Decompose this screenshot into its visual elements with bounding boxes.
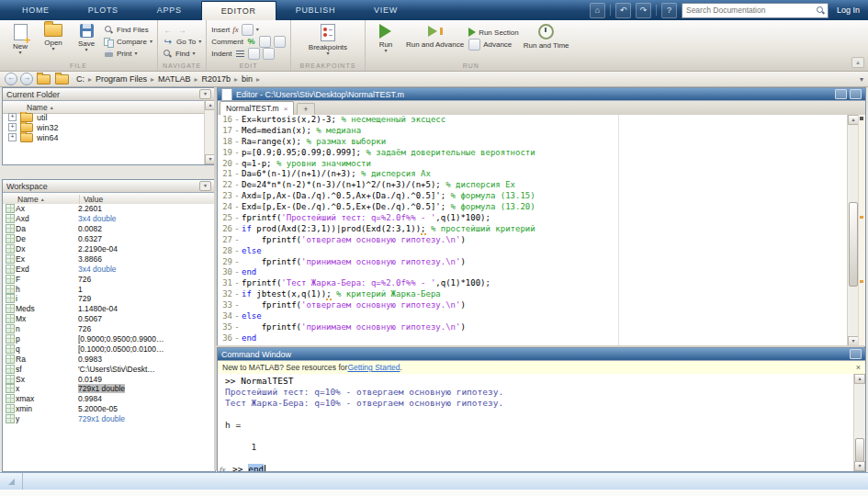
redo-icon[interactable]: ↷ bbox=[636, 3, 651, 18]
ribbon-tab-apps[interactable]: APPS bbox=[138, 0, 201, 20]
line-number[interactable]: 36 bbox=[218, 333, 232, 344]
line-number[interactable]: 32 bbox=[218, 289, 232, 300]
workspace-row[interactable]: Dx2.2190e-04 bbox=[3, 244, 215, 254]
code-line[interactable]: 32-if jbtest(x,q(1)); % критерий Жарка-Б… bbox=[218, 289, 848, 300]
tab-normaltest[interactable]: NormalTEST.m × bbox=[220, 101, 294, 115]
code-line[interactable]: 21-Da=6*(n-1)/(n+1)/(n+3); % дисперсия A… bbox=[218, 169, 848, 180]
code-line[interactable]: 30-end bbox=[218, 267, 848, 278]
ribbon-tab-publish[interactable]: PUBLISH bbox=[276, 0, 355, 20]
workspace-row[interactable]: xmin5.2000e-05 bbox=[3, 404, 215, 414]
code-line[interactable]: 34-else bbox=[218, 311, 848, 322]
line-number[interactable]: 18 bbox=[218, 137, 232, 148]
line-number[interactable]: 22 bbox=[218, 180, 232, 191]
line-number[interactable]: 34 bbox=[218, 311, 232, 322]
line-number[interactable]: 31 bbox=[218, 278, 232, 289]
indent-button[interactable]: Indent bbox=[211, 48, 286, 59]
code-line[interactable]: 16-Ex=kurtosis(x,2)-3; % несмещенный экс… bbox=[218, 115, 848, 126]
status-left-button[interactable] bbox=[0, 473, 23, 490]
code-line[interactable]: 17-Med=median(x); % медиана bbox=[218, 126, 848, 137]
goto-button[interactable]: ↪ Go To ▾ bbox=[163, 36, 201, 47]
workspace-row[interactable]: Ra0.9983 bbox=[3, 354, 215, 364]
workspace-row[interactable]: h1 bbox=[3, 284, 215, 294]
code-line[interactable]: 18-Ra=range(x); % размах выборки bbox=[218, 137, 848, 148]
comment-button[interactable]: Comment % bbox=[211, 36, 286, 47]
browse-folder-icon[interactable] bbox=[55, 74, 69, 85]
warning-marker-icon[interactable] bbox=[860, 280, 863, 283]
code-line[interactable]: 19-p=[0.9;0.95;0.99;0.999]; % задаём дов… bbox=[218, 148, 848, 159]
wrap-comments-icon[interactable] bbox=[274, 36, 286, 48]
run-and-advance-button[interactable]: Run and Advance bbox=[403, 22, 467, 50]
workspace-row[interactable]: xmax0.9984 bbox=[3, 394, 215, 404]
line-number[interactable]: 33 bbox=[218, 300, 232, 311]
code-editor-area[interactable]: 16-Ex=kurtosis(x,2)-3; % несмещенный экс… bbox=[218, 115, 848, 346]
compare-button[interactable]: Compare ▾ bbox=[104, 36, 152, 47]
insert-button[interactable]: Insert fx ▾ bbox=[211, 24, 286, 35]
line-number[interactable]: 26 bbox=[218, 224, 232, 235]
line-number[interactable]: 25 bbox=[218, 213, 232, 224]
line-number[interactable]: 27 bbox=[218, 235, 232, 246]
line-number[interactable]: 35 bbox=[218, 322, 232, 333]
workspace-row[interactable]: Meds1.1480e-04 bbox=[3, 304, 215, 314]
run-and-time-button[interactable]: Run and Time bbox=[521, 22, 572, 51]
desktop-icon[interactable]: ⌂ bbox=[590, 3, 605, 18]
find-button[interactable]: Find ▾ bbox=[163, 48, 201, 59]
expand-icon[interactable]: + bbox=[8, 123, 17, 131]
up-one-level-icon[interactable] bbox=[37, 74, 51, 85]
indent-right-icon[interactable] bbox=[248, 48, 260, 60]
new-button[interactable]: New ▾ bbox=[5, 22, 36, 56]
ribbon-tab-editor[interactable]: EDITOR bbox=[201, 1, 276, 20]
getting-started-link[interactable]: Getting Started bbox=[347, 363, 400, 372]
command-window-scrollbar[interactable]: ▴ ▾ bbox=[853, 374, 865, 471]
ribbon-tab-view[interactable]: VIEW bbox=[355, 0, 417, 20]
undo-icon[interactable]: ↶ bbox=[615, 3, 631, 18]
code-line[interactable]: 33- fprintf('отвергаем основную гипотезу… bbox=[218, 300, 848, 311]
code-line[interactable]: 24-Exd=[p,Ex-(De./q).^0.5,Ex+(De./q).^0.… bbox=[218, 202, 848, 213]
panel-menu-icon[interactable]: ▾ bbox=[199, 89, 211, 99]
breadcrumb-segment[interactable]: R2017b bbox=[201, 74, 231, 84]
breadcrumb-segment[interactable]: C: bbox=[76, 74, 85, 84]
scrollbar-thumb[interactable] bbox=[855, 438, 864, 462]
function-hints-icon[interactable]: fx bbox=[220, 464, 232, 471]
folder-item[interactable]: +win64 bbox=[3, 132, 205, 142]
typed-command[interactable]: end bbox=[248, 464, 264, 471]
code-line[interactable]: 29- fprintf('принимаем основную гипотезу… bbox=[218, 257, 848, 268]
advance-button[interactable]: Advance bbox=[468, 39, 519, 50]
path-dropdown-icon[interactable]: ▾ bbox=[860, 75, 863, 84]
breadcrumb-segment[interactable]: MATLAB bbox=[158, 74, 190, 84]
collapse-ribbon-icon[interactable]: ▴ bbox=[851, 57, 864, 68]
smart-indent-icon[interactable] bbox=[235, 49, 245, 59]
run-button[interactable]: Run ▾ bbox=[370, 22, 401, 54]
code-line[interactable]: 31-fprintf('Тест Жарка-Бера: q=%2.0f%% -… bbox=[218, 278, 848, 289]
code-line[interactable]: 22-De=24*n*(n-2)*(n-3)/(n+1)^2/(n+3)/(n+… bbox=[218, 180, 848, 191]
code-line[interactable]: 26-if prod(Axd(2:3,1))|prod(Exd(2:3,1));… bbox=[218, 224, 848, 235]
workspace-row[interactable]: y729x1 double bbox=[3, 414, 215, 424]
new-tab-button[interactable]: + bbox=[297, 103, 314, 115]
line-number[interactable]: 30 bbox=[218, 267, 232, 278]
code-line[interactable]: 35- fprintf('принимаем основную гипотезу… bbox=[218, 322, 848, 333]
line-number[interactable]: 29 bbox=[218, 257, 232, 268]
folder-item[interactable]: +win32 bbox=[3, 122, 205, 132]
undock-icon[interactable] bbox=[835, 89, 847, 99]
print-button[interactable]: Print ▾ bbox=[104, 48, 152, 59]
command-window-output[interactable]: >> NormalTESTПростейший тест: q=10% - от… bbox=[218, 374, 854, 471]
back-arrow-icon[interactable]: ← bbox=[5, 73, 17, 85]
workspace-row[interactable]: n726 bbox=[3, 324, 215, 334]
insert-fx-icon[interactable]: fx bbox=[232, 25, 239, 35]
line-number[interactable]: 24 bbox=[218, 202, 232, 213]
line-number[interactable]: 21 bbox=[218, 169, 232, 180]
workspace-name-column[interactable]: Name ▴ bbox=[3, 195, 80, 204]
undock-icon[interactable] bbox=[850, 349, 862, 359]
insert-section-icon[interactable] bbox=[242, 24, 254, 36]
uncomment-icon[interactable] bbox=[259, 36, 271, 48]
scroll-up-icon[interactable]: ▴ bbox=[854, 374, 865, 384]
workspace-row[interactable]: x729x1 double bbox=[3, 384, 215, 394]
workspace-value-column[interactable]: Value bbox=[80, 195, 103, 204]
line-number[interactable]: 28 bbox=[218, 246, 232, 257]
ribbon-tab-plots[interactable]: PLOTS bbox=[69, 0, 138, 20]
workspace-row[interactable]: F726 bbox=[3, 274, 215, 284]
line-number[interactable]: 23 bbox=[218, 191, 232, 202]
workspace-row[interactable]: Sx0.0149 bbox=[3, 374, 215, 384]
code-line[interactable]: 27- fprintf('отвергаем основную гипотезу… bbox=[218, 235, 848, 246]
close-tab-icon[interactable]: × bbox=[284, 105, 288, 113]
workspace-row[interactable]: De0.6327 bbox=[3, 234, 215, 244]
